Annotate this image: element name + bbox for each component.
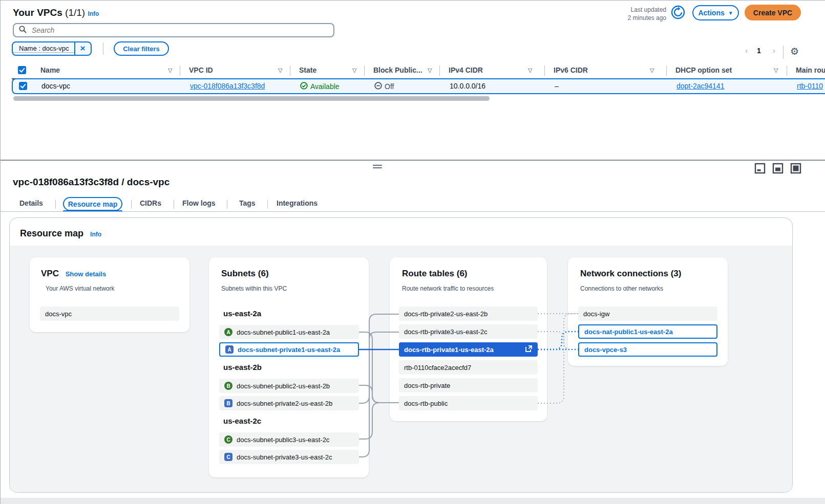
sort-icon[interactable]: ▽ xyxy=(352,67,356,74)
available-check-icon xyxy=(300,82,308,91)
panel-layout-bottom-icon[interactable] xyxy=(754,163,766,174)
az-label: us-east-2a xyxy=(223,309,261,318)
column-divider xyxy=(439,65,440,76)
subnet-az-badge: C xyxy=(224,453,232,461)
tab-details[interactable]: Details xyxy=(19,199,43,207)
cell-main-route-link[interactable]: rtb-0110 xyxy=(797,82,823,90)
subnet-item-selected[interactable]: A docs-subnet-private1-us-east-2a xyxy=(219,342,359,357)
clear-filters-button[interactable]: Clear filters xyxy=(114,41,169,56)
network-connections-card: Network connections (3) Connections to o… xyxy=(568,257,728,366)
subnet-az-badge: A xyxy=(224,328,232,336)
refresh-icon xyxy=(671,13,685,21)
subnet-item[interactable]: C docs-subnet-public3-us-east-2c xyxy=(219,432,359,447)
table-settings-gear-icon[interactable]: ⚙ xyxy=(787,45,802,58)
route-table-item[interactable]: docs-rtb-public xyxy=(399,396,538,410)
connection-item-highlighted[interactable]: docs-vpce-s3 xyxy=(578,342,717,357)
cell-dhcp-link[interactable]: dopt-2ac94141 xyxy=(676,82,724,90)
off-minus-circle-icon xyxy=(374,82,382,91)
sort-icon[interactable]: ▽ xyxy=(168,67,172,74)
next-page-button[interactable]: › xyxy=(770,46,778,55)
search-input[interactable] xyxy=(31,26,328,35)
column-header-block-public[interactable]: Block Public... xyxy=(373,66,422,74)
column-header-dhcp[interactable]: DHCP option set xyxy=(675,66,732,74)
page-title-text: Your VPCs xyxy=(13,7,62,18)
subnet-item[interactable]: A docs-subnet-public1-us-east-2a xyxy=(219,325,359,339)
subnet-item[interactable]: B docs-subnet-public2-us-east-2b xyxy=(219,379,359,393)
tab-tags[interactable]: Tags xyxy=(239,199,256,207)
panel-layout-half-icon[interactable] xyxy=(772,163,784,174)
connection-item[interactable]: docs-igw xyxy=(578,306,717,321)
subnets-card-title: Subnets (6) xyxy=(221,269,269,279)
vpc-card-title: VPC Show details xyxy=(41,269,106,279)
caret-down-icon: ▼ xyxy=(728,10,733,16)
route-table-item[interactable]: docs-rtb-private xyxy=(399,378,538,392)
prev-page-button[interactable]: ‹ xyxy=(742,46,751,55)
filter-divider xyxy=(103,42,103,55)
search-icon xyxy=(19,26,27,35)
sort-icon[interactable]: ▽ xyxy=(278,67,282,74)
tab-cidrs[interactable]: CIDRs xyxy=(140,199,161,207)
subnets-card: Subnets (6) Subnets within this VPC us-e… xyxy=(209,257,369,477)
sort-icon[interactable]: ▽ xyxy=(650,67,654,74)
refresh-button[interactable] xyxy=(670,5,686,20)
filter-chip-label: Name : docs-vpc xyxy=(13,45,74,53)
table-row[interactable]: docs-vpc vpc-018f086a13f3c3f8d Available… xyxy=(12,78,825,94)
connection-item-highlighted[interactable]: docs-nat-public1-us-east-2a xyxy=(578,324,717,339)
column-header-ipv4-cidr[interactable]: IPv4 CIDR xyxy=(449,66,483,74)
external-link-icon[interactable] xyxy=(525,345,533,354)
route-table-item[interactable]: docs-rtb-private3-us-east-2c xyxy=(399,324,538,339)
split-panel-divider xyxy=(1,160,825,161)
sort-icon[interactable]: ▽ xyxy=(774,67,778,74)
cell-ipv6-cidr: – xyxy=(555,82,559,90)
info-link[interactable]: Info xyxy=(88,10,99,17)
page-title: Your VPCs (1/1) Info xyxy=(13,7,99,18)
actions-button[interactable]: Actions ▼ xyxy=(692,5,739,20)
create-vpc-button[interactable]: Create VPC xyxy=(745,5,801,20)
column-divider xyxy=(180,65,180,76)
tab-flow-logs[interactable]: Flow logs xyxy=(182,199,216,207)
column-divider xyxy=(364,65,365,76)
route-table-item[interactable]: rtb-0110cface2acecfd7 xyxy=(399,360,538,375)
search-box[interactable] xyxy=(13,23,334,37)
column-header-vpc-id[interactable]: VPC ID xyxy=(189,66,213,74)
az-label: us-east-2b xyxy=(223,363,262,371)
sort-icon[interactable]: ▽ xyxy=(528,67,532,74)
page-bottom-scrollbar-track[interactable] xyxy=(1,498,825,504)
route-table-item-selected[interactable]: docs-rtb-private1-us-east-2a xyxy=(399,342,538,357)
column-header-name[interactable]: Name xyxy=(40,66,60,74)
sort-icon[interactable]: ▽ xyxy=(428,67,432,74)
route-tables-card-subtitle: Route network traffic to resources xyxy=(402,285,494,292)
row-checkbox[interactable] xyxy=(19,82,27,90)
subnet-item[interactable]: C docs-subnet-private3-us-east-2c xyxy=(219,450,359,464)
column-divider xyxy=(290,65,290,76)
cell-vpc-id-link[interactable]: vpc-018f086a13f3c3f8d xyxy=(190,82,265,90)
tab-resource-map[interactable]: Resource map xyxy=(63,197,122,211)
route-table-item[interactable]: docs-rtb-private2-us-east-2b xyxy=(399,306,538,321)
vpc-card: VPC Show details Your AWS virtual networ… xyxy=(30,257,189,332)
vpc-item[interactable]: docs-vpc xyxy=(40,306,179,321)
table-header: Name VPC ID State Block Public... IPv4 C… xyxy=(12,64,825,79)
show-details-link[interactable]: Show details xyxy=(66,270,106,278)
subnets-card-subtitle: Subnets within this VPC xyxy=(221,285,287,292)
cell-state: Available xyxy=(300,82,340,91)
cell-block-public: Off xyxy=(374,82,394,91)
column-header-state[interactable]: State xyxy=(299,66,316,74)
filter-chip-close-icon[interactable]: × xyxy=(74,42,91,55)
column-header-main-route[interactable]: Main rou xyxy=(796,66,825,74)
resource-map-info-link[interactable]: Info xyxy=(90,231,101,238)
column-header-ipv6-cidr[interactable]: IPv6 CIDR xyxy=(554,66,588,74)
split-panel-drag-handle[interactable] xyxy=(373,165,382,169)
subnet-item[interactable]: B docs-subnet-private2-us-east-2b xyxy=(219,396,359,410)
cell-name: docs-vpc xyxy=(41,82,70,90)
panel-layout-full-icon[interactable] xyxy=(790,163,801,174)
cell-ipv4-cidr: 10.0.0.0/16 xyxy=(450,82,485,90)
network-connections-card-subtitle: Connections to other networks xyxy=(580,285,663,292)
subnet-az-badge: C xyxy=(224,435,232,444)
current-page[interactable]: 1 xyxy=(757,47,761,55)
tab-integrations[interactable]: Integrations xyxy=(277,199,318,207)
horizontal-scrollbar[interactable] xyxy=(13,96,490,101)
filter-chip: Name : docs-vpc × xyxy=(12,41,92,56)
vpc-detail-title: vpc-018f086a13f3c3f8d / docs-vpc xyxy=(13,177,170,188)
select-all-checkbox[interactable] xyxy=(18,66,26,74)
page-title-count: (1/1) xyxy=(65,7,85,18)
